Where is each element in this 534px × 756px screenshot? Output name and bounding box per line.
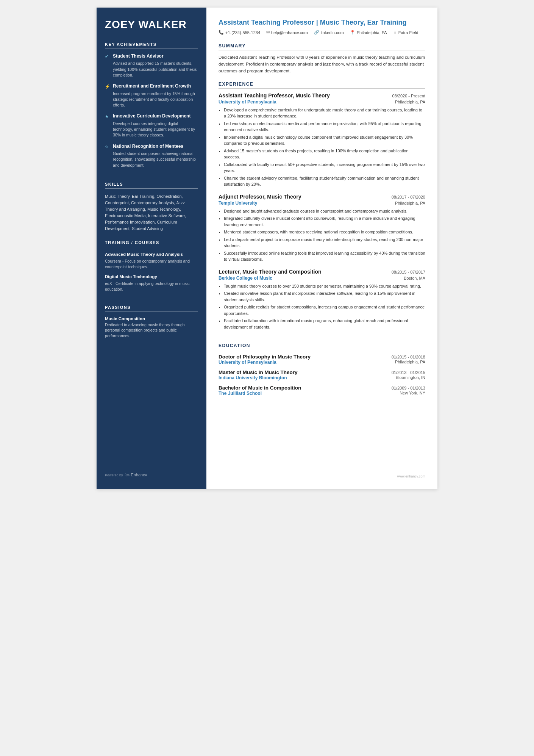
email-text: help@enhancv.com xyxy=(271,30,308,35)
skills-section: SKILLS Music Theory, Ear Training, Orche… xyxy=(105,182,198,232)
skills-text: Music Theory, Ear Training, Orchestratio… xyxy=(105,193,198,232)
exp-bullets-1: Developed a comprehensive curriculum for… xyxy=(219,107,425,188)
achievement-2: ⚡ Recruitment and Enrollment Growth Incr… xyxy=(105,83,198,108)
skills-title: SKILLS xyxy=(105,182,198,189)
bullet: Integrated culturally diverse musical co… xyxy=(224,215,425,228)
exp-org-3: Berklee College of Music xyxy=(219,275,272,281)
job-title: Assistant Teaching Professor | Music The… xyxy=(219,18,425,27)
bullet: Implemented a digital music technology c… xyxy=(224,134,425,147)
edu-item-1: Doctor of Philosophy in Music Theory 01/… xyxy=(219,354,425,365)
summary-section: SUMMARY Dedicated Assistant Teaching Pro… xyxy=(219,43,425,74)
achievement-icon-2: ⚡ xyxy=(105,84,110,89)
sidebar: ZOEY WALKER KEY ACHIEVEMENTS ✔ Student T… xyxy=(97,8,206,489)
phone-text: +1-(234)-555-1234 xyxy=(225,30,260,35)
bullet: Designed and taught advanced graduate co… xyxy=(224,208,425,214)
exp-title-2: Adjunct Professor, Music Theory xyxy=(219,194,301,200)
training-title-2: Digital Music Technology xyxy=(105,274,198,280)
experience-title: EXPERIENCE xyxy=(219,81,425,89)
location-icon: 📍 xyxy=(350,30,355,35)
edu-degree-2: Master of Music in Music Theory xyxy=(219,369,298,375)
achievements-title: KEY ACHIEVEMENTS xyxy=(105,42,198,49)
extra-icon: ☆ xyxy=(393,30,397,35)
powered-by-label: Powered by xyxy=(105,473,123,477)
edu-school-2: Indiana University Bloomington xyxy=(219,375,287,380)
edu-item-3: Bachelor of Music in Composition 01/2009… xyxy=(219,385,425,396)
experience-section: EXPERIENCE Assistant Teaching Professor,… xyxy=(219,81,425,337)
exp-bullets-2: Designed and taught advanced graduate co… xyxy=(219,208,425,263)
summary-title: SUMMARY xyxy=(219,43,425,50)
contact-extra: ☆ Extra Field xyxy=(393,30,418,35)
linkedin-text: linkedin.com xyxy=(321,30,344,35)
edu-date-1: 01/2015 - 01/2018 xyxy=(392,355,425,359)
extra-text: Extra Field xyxy=(398,30,418,35)
edu-degree-3: Bachelor of Music in Composition xyxy=(219,385,301,391)
exp-location-2: Philadelphia, PA xyxy=(395,201,425,205)
edu-location-2: Bloomington, IN xyxy=(396,375,425,380)
achievement-title-4: National Recognition of Mentees xyxy=(113,144,183,150)
exp-date-1: 08/2020 - Present xyxy=(392,94,425,98)
training-title-1: Advanced Music Theory and Analysis xyxy=(105,252,198,257)
bullet: Taught music theory courses to over 150 … xyxy=(224,283,425,290)
achievement-title-2: Recruitment and Enrollment Growth xyxy=(113,83,191,89)
bullet: Chaired the student advisory committee, … xyxy=(224,175,425,188)
bullet: Advised 15 master's students on thesis p… xyxy=(224,148,425,160)
achievement-icon-4: ☆ xyxy=(105,144,110,149)
bullet: Organized public recitals for student co… xyxy=(224,304,425,316)
training-desc-1: Coursera - Focus on contemporary analysi… xyxy=(105,258,198,269)
exp-location-3: Boston, MA xyxy=(404,276,425,280)
sidebar-footer: Powered by ⌇∞ Enhancv xyxy=(105,465,198,477)
exp-item-3: Lecturer, Music Theory and Composition 0… xyxy=(219,269,425,330)
exp-date-3: 08/2015 - 07/2017 xyxy=(392,270,425,274)
exp-bullets-3: Taught music theory courses to over 150 … xyxy=(219,283,425,330)
training-desc-2: edX - Certificate in applying technology… xyxy=(105,281,198,292)
resume-container: ZOEY WALKER KEY ACHIEVEMENTS ✔ Student T… xyxy=(97,8,437,489)
achievement-desc-3: Developed courses integrating digital te… xyxy=(113,121,198,138)
edu-school-1: University of Pennsylvania xyxy=(219,360,276,365)
exp-date-2: 08/2017 - 07/2020 xyxy=(392,195,425,199)
education-section: EDUCATION Doctor of Philosophy in Music … xyxy=(219,343,425,401)
achievement-3: ★ Innovative Curriculum Development Deve… xyxy=(105,113,198,138)
achievement-desc-4: Guided student composers achieving natio… xyxy=(113,151,198,168)
exp-item-2: Adjunct Professor, Music Theory 08/2017 … xyxy=(219,194,425,263)
location-text: Philadelphia, PA xyxy=(357,30,387,35)
bullet: Led a departmental project to incorporat… xyxy=(224,236,425,249)
passion-desc-1: Dedicated to advancing music theory thro… xyxy=(105,322,198,339)
education-title: EDUCATION xyxy=(219,343,425,350)
bullet: Mentored student composers, with mentees… xyxy=(224,229,425,235)
achievement-1: ✔ Student Thesis Advisor Advised and sup… xyxy=(105,53,198,78)
training-1: Advanced Music Theory and Analysis Cours… xyxy=(105,252,198,269)
edu-location-3: New York, NY xyxy=(400,391,425,396)
contact-row: 📞 +1-(234)-555-1234 ✉ help@enhancv.com 🔗… xyxy=(219,30,425,35)
contact-phone: 📞 +1-(234)-555-1234 xyxy=(219,30,260,35)
training-title: TRAINING / COURSES xyxy=(105,240,198,247)
achievement-title-1: Student Thesis Advisor xyxy=(113,53,164,59)
contact-location: 📍 Philadelphia, PA xyxy=(350,30,387,35)
exp-org-2: Temple University xyxy=(219,200,257,206)
name-block: ZOEY WALKER xyxy=(105,19,198,31)
email-icon: ✉ xyxy=(266,30,270,35)
edu-location-1: Philadelphia, PA xyxy=(395,360,425,365)
passions-section: PASSIONS Music Composition Dedicated to … xyxy=(105,305,198,339)
achievement-desc-2: Increased program enrollment by 15% thro… xyxy=(113,91,198,108)
linkedin-icon: 🔗 xyxy=(314,30,319,35)
achievement-icon-1: ✔ xyxy=(105,54,110,59)
edu-item-2: Master of Music in Music Theory 01/2013 … xyxy=(219,369,425,380)
contact-linkedin: 🔗 linkedin.com xyxy=(314,30,344,35)
passions-title: PASSIONS xyxy=(105,305,198,312)
exp-title-1: Assistant Teaching Professor, Music Theo… xyxy=(219,92,330,99)
achievement-4: ☆ National Recognition of Mentees Guided… xyxy=(105,144,198,168)
bullet: Led workshops on electroacoustic media a… xyxy=(224,121,425,133)
achievement-title-3: Innovative Curriculum Development xyxy=(113,113,190,119)
brand-logo: ⌇∞ Enhancv xyxy=(125,473,147,477)
main-footer: www.enhancv.com xyxy=(219,468,425,478)
phone-icon: 📞 xyxy=(219,30,224,35)
bullet: Created innovative lesson plans that inc… xyxy=(224,290,425,303)
candidate-name: ZOEY WALKER xyxy=(105,19,198,31)
main-header: Assistant Teaching Professor | Music The… xyxy=(219,18,425,36)
passion-title-1: Music Composition xyxy=(105,316,198,321)
training-section: TRAINING / COURSES Advanced Music Theory… xyxy=(105,240,198,297)
achievement-icon-3: ★ xyxy=(105,114,110,119)
exp-org-1: University of Pennsylvania xyxy=(219,99,276,105)
exp-item-1: Assistant Teaching Professor, Music Theo… xyxy=(219,92,425,188)
footer-url: www.enhancv.com xyxy=(397,474,425,478)
